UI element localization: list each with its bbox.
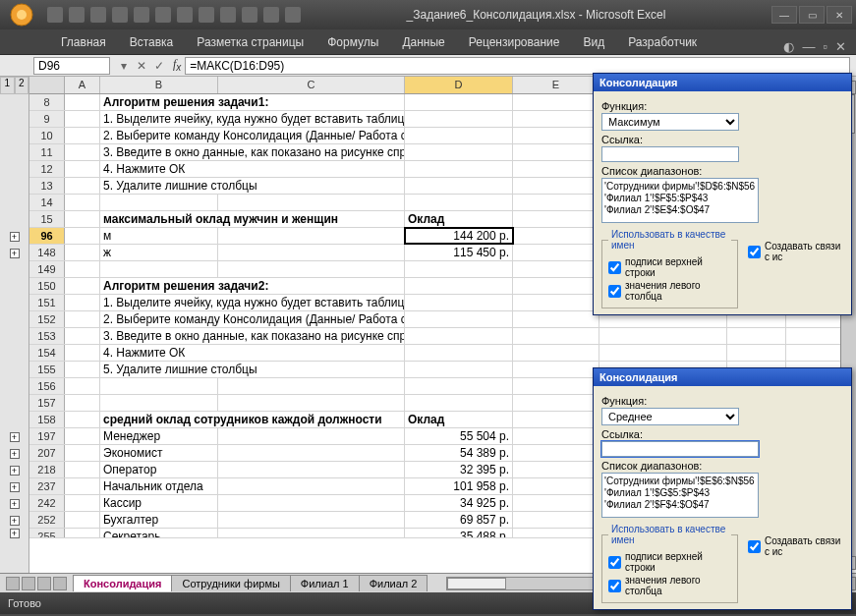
row-header[interactable]: 255: [29, 529, 65, 537]
cell[interactable]: [513, 445, 599, 461]
list-item[interactable]: 'Сотрудники фирмы'!$D$6:$N$56: [604, 181, 756, 193]
cell[interactable]: Начальник отдела: [100, 478, 218, 494]
row-header[interactable]: 150: [29, 278, 65, 294]
cell[interactable]: [218, 529, 405, 537]
ribbon-tab[interactable]: Главная: [49, 30, 118, 54]
row-header[interactable]: 197: [29, 428, 65, 444]
cell[interactable]: Менеджер: [100, 428, 218, 444]
cell[interactable]: [513, 278, 599, 294]
create-links-checkbox[interactable]: [748, 540, 761, 553]
select-all-corner[interactable]: [29, 77, 65, 93]
cell[interactable]: [65, 178, 100, 194]
cell[interactable]: [513, 495, 599, 511]
row-header[interactable]: 13: [29, 178, 65, 194]
cell[interactable]: [513, 94, 599, 110]
cell[interactable]: [65, 128, 100, 143]
cell[interactable]: [218, 395, 405, 411]
cell[interactable]: [513, 428, 599, 444]
cell[interactable]: [405, 178, 513, 194]
cell[interactable]: [727, 328, 786, 344]
cell[interactable]: [65, 445, 100, 461]
left-col-checkbox[interactable]: [608, 285, 621, 298]
row-header[interactable]: 8: [29, 94, 65, 110]
cell[interactable]: [65, 478, 100, 494]
qat-btn[interactable]: [199, 7, 214, 23]
cell[interactable]: [513, 529, 599, 537]
row-header[interactable]: 12: [29, 161, 65, 177]
cell[interactable]: Оператор: [100, 462, 218, 477]
cell[interactable]: 54 389 р.: [405, 445, 513, 461]
row-header[interactable]: 96: [29, 228, 65, 244]
enter-formula-icon[interactable]: ✓: [151, 59, 167, 73]
cell[interactable]: [405, 345, 513, 361]
cell[interactable]: [513, 362, 599, 377]
row-header[interactable]: 158: [29, 412, 65, 427]
row-header[interactable]: 148: [29, 245, 65, 260]
cell[interactable]: [65, 211, 100, 227]
cell[interactable]: [65, 428, 100, 444]
cell[interactable]: [405, 195, 513, 210]
cell[interactable]: [405, 144, 513, 160]
ribbon-tab[interactable]: Рецензирование: [457, 30, 572, 54]
cell[interactable]: [513, 211, 599, 227]
cell[interactable]: 35 488 р.: [405, 529, 513, 537]
cell[interactable]: [65, 462, 100, 477]
cell[interactable]: [599, 328, 727, 344]
row-header[interactable]: 149: [29, 261, 65, 277]
list-item[interactable]: 'Сотрудники фирмы'!$E$6:$N$56: [604, 476, 756, 487]
qat-btn[interactable]: [263, 7, 279, 23]
sheet-tab[interactable]: Консолидация: [73, 575, 172, 591]
cell[interactable]: [65, 495, 100, 511]
cell[interactable]: [405, 395, 513, 411]
cell[interactable]: 2. Выберите команду Консолидация (Данные…: [100, 128, 405, 143]
row-header[interactable]: 207: [29, 445, 65, 461]
qat-redo-icon[interactable]: [90, 7, 106, 23]
outline-expand-icon[interactable]: +: [10, 449, 20, 459]
cell[interactable]: Бухгалтер: [100, 512, 218, 528]
row-header[interactable]: 152: [29, 311, 65, 327]
ribbon-tab[interactable]: Разметка страницы: [185, 30, 315, 54]
cell[interactable]: [218, 261, 405, 277]
cell[interactable]: [599, 345, 727, 361]
ranges-list[interactable]: 'Сотрудники фирмы'!$E$6:$N$56 'Филиал 1'…: [601, 473, 759, 518]
col-header[interactable]: A: [65, 77, 100, 93]
qat-btn[interactable]: [220, 7, 236, 23]
cell[interactable]: [65, 161, 100, 177]
cell[interactable]: [513, 178, 599, 194]
row-header[interactable]: 237: [29, 478, 65, 494]
cell[interactable]: Алгоритм решения задачи1:: [100, 94, 405, 110]
outline-level[interactable]: 1: [0, 77, 15, 94]
list-item[interactable]: 'Филиал 2'!$E$4:$O$47: [604, 204, 756, 216]
outline-expand-icon[interactable]: +: [10, 529, 20, 538]
qat-btn[interactable]: [155, 7, 171, 23]
cell[interactable]: [513, 144, 599, 160]
outline-expand-icon[interactable]: +: [10, 499, 20, 509]
cell[interactable]: [65, 295, 100, 310]
cell[interactable]: 32 395 р.: [405, 462, 513, 477]
row-header[interactable]: 15: [29, 211, 65, 227]
cell[interactable]: 34 925 р.: [405, 495, 513, 511]
cell[interactable]: [218, 478, 405, 494]
cell[interactable]: [65, 94, 100, 110]
left-col-checkbox[interactable]: [608, 580, 621, 592]
cell[interactable]: 69 857 р.: [405, 512, 513, 528]
cell[interactable]: 4. Нажмите ОК: [100, 345, 405, 361]
col-header[interactable]: C: [218, 77, 405, 93]
cell[interactable]: Экономист: [100, 445, 218, 461]
cell[interactable]: [65, 395, 100, 411]
cell[interactable]: [218, 378, 405, 394]
cell[interactable]: [513, 345, 599, 361]
outline-expand-icon[interactable]: +: [10, 232, 20, 242]
cell[interactable]: [513, 328, 599, 344]
cell[interactable]: [100, 395, 218, 411]
cell[interactable]: [513, 161, 599, 177]
function-select[interactable]: Среднее: [601, 408, 739, 425]
cell[interactable]: 4. Нажмите ОК: [100, 161, 405, 177]
cell[interactable]: [65, 278, 100, 294]
cell[interactable]: [513, 245, 599, 260]
cell[interactable]: [218, 445, 405, 461]
row-header[interactable]: 242: [29, 495, 65, 511]
cell[interactable]: [218, 428, 405, 444]
col-header[interactable]: D: [405, 77, 513, 93]
cell[interactable]: [218, 195, 405, 210]
